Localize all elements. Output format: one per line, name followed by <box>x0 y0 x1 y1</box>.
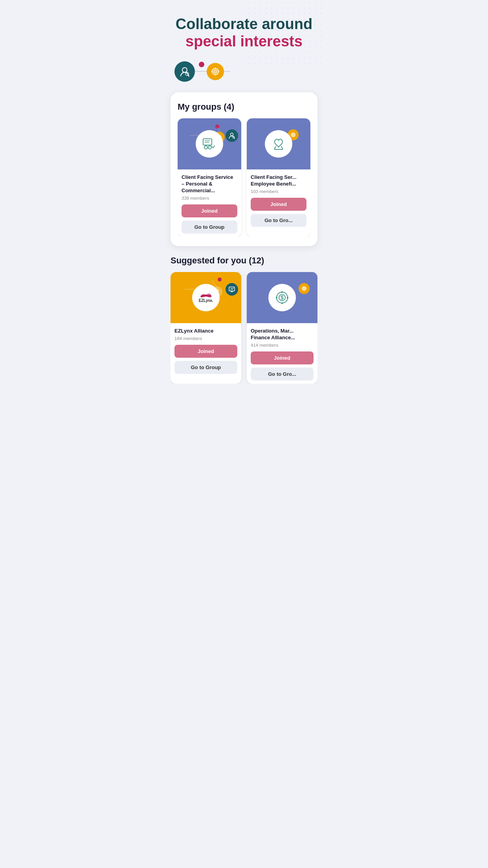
svg-rect-44 <box>287 297 288 298</box>
group-card-1-image <box>178 118 241 169</box>
svg-point-22 <box>208 146 211 149</box>
my-groups-heading: My groups (4) <box>178 102 310 112</box>
group-card-2-members: 103 members <box>251 189 306 194</box>
svg-rect-42 <box>281 302 283 304</box>
suggested-card-1-title: EZLynx Alliance <box>174 328 237 335</box>
ezlynx-logo: EZLynx. <box>199 292 213 303</box>
group-card-2-body: Client Facing Ser... Employee Benefi... … <box>247 169 310 230</box>
page-wrapper: Collaborate around special interests <box>163 0 325 395</box>
svg-text:$: $ <box>281 294 284 301</box>
suggested-card-1: EZLynx. EZLynx Alliance 184 members Join… <box>171 272 241 384</box>
svg-point-5 <box>215 71 216 72</box>
svg-point-0 <box>182 68 187 72</box>
my-groups-section: My groups (4) <box>178 102 310 237</box>
group-card-1-title: Client Facing Service – Personal & Comme… <box>182 174 237 194</box>
svg-rect-41 <box>281 291 283 293</box>
suggested-card-2-members: 414 members <box>251 343 314 348</box>
group-card-1-joined-btn[interactable]: Joined <box>182 204 237 217</box>
svg-point-25 <box>293 134 294 135</box>
suggested-card-1-body: EZLynx Alliance 184 members Joined Go to… <box>171 323 241 377</box>
suggested-grid: EZLynx. EZLynx Alliance 184 members Join… <box>171 272 317 384</box>
suggested-card-1-goto-btn[interactable]: Go to Group <box>174 361 237 374</box>
hero-section: Collaborate around special interests <box>171 16 317 50</box>
svg-rect-18 <box>203 139 212 145</box>
suggested-heading: Suggested for you (12) <box>171 256 317 266</box>
card1-icon-circle <box>196 130 223 158</box>
ezlynx-icon-circle: EZLynx. <box>192 284 220 311</box>
suggested-card-2-joined-btn[interactable]: Joined <box>251 351 314 364</box>
orange-icon-circle <box>207 63 224 80</box>
svg-point-35 <box>209 294 211 296</box>
group-card-2-goto-btn[interactable]: Go to Gro... <box>251 214 306 227</box>
hero-title-line1: Collaborate around <box>171 16 317 33</box>
teal-icon-circle <box>174 61 195 82</box>
group-card-2: Client Facing Ser... Employee Benefi... … <box>247 118 310 237</box>
suggested-card-2-title: Operations, Mar... Finance Alliance... <box>251 328 314 341</box>
group-card-1: Client Facing Service – Personal & Comme… <box>178 118 241 237</box>
main-card: My groups (4) <box>171 92 317 246</box>
network-icons <box>174 58 317 85</box>
sug-card2-orange-dot <box>299 283 310 294</box>
suggested-card-2-image: $ <box>247 272 317 323</box>
svg-point-38 <box>304 288 305 289</box>
group-card-1-members: 339 members <box>182 196 237 200</box>
suggested-card-2-goto-btn[interactable]: Go to Gro... <box>251 368 314 381</box>
suggested-card-1-members: 184 members <box>174 336 237 341</box>
suggested-card-2-body: Operations, Mar... Finance Alliance... 4… <box>247 323 317 384</box>
suggested-section: Suggested for you (12) <box>171 256 317 384</box>
group-card-1-body: Client Facing Service – Personal & Comme… <box>178 169 241 237</box>
svg-point-21 <box>204 146 207 149</box>
suggested-card-1-joined-btn[interactable]: Joined <box>174 345 237 358</box>
group-card-2-title: Client Facing Ser... Employee Benefi... <box>251 174 306 188</box>
group-card-2-image <box>247 118 310 169</box>
suggested-card-1-image: EZLynx. <box>171 272 241 323</box>
group-card-1-goto-btn[interactable]: Go to Group <box>182 221 237 234</box>
card2-icon-circle <box>265 130 292 158</box>
hero-title-line2: special interests <box>171 33 317 50</box>
dot-pink <box>199 62 204 67</box>
group-card-2-joined-btn[interactable]: Joined <box>251 198 306 211</box>
gear-icon-circle: $ <box>268 284 296 311</box>
svg-rect-43 <box>276 297 277 298</box>
suggested-card-2: $ Operations, Mar... Finance Alliance...… <box>247 272 317 384</box>
my-groups-grid: Client Facing Service – Personal & Comme… <box>178 118 310 237</box>
